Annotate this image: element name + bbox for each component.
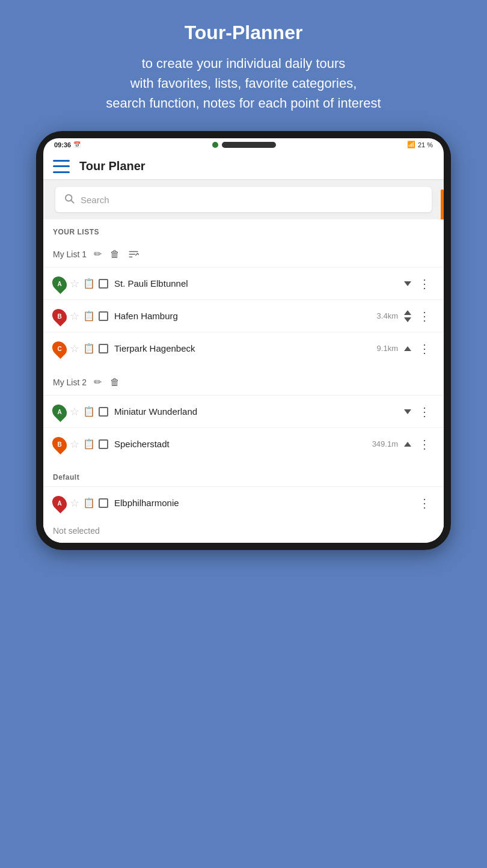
more-options-button[interactable]: ⋮: [415, 495, 434, 512]
more-options-button[interactable]: ⋮: [415, 340, 434, 357]
location-name: Speicherstadt: [114, 439, 369, 449]
list2-name: My List 2: [53, 377, 87, 387]
arrow-down-button[interactable]: [404, 317, 411, 322]
list-group-header-2: My List 2 ✏ 🗑: [43, 369, 444, 395]
svg-line-1: [71, 200, 73, 203]
arrow-up-button[interactable]: [404, 346, 411, 351]
location-name: Elbphilharmonie: [114, 498, 411, 508]
list-item: A ☆ 📋 Elbphilharmonie ⋮: [43, 486, 444, 519]
app-screen: Tour Planer Search: [43, 153, 444, 543]
arrow-down-button[interactable]: [404, 281, 411, 286]
camera-dot: [212, 142, 218, 148]
star-button[interactable]: ☆: [70, 342, 79, 355]
phone-frame: 09:36 📅 📶 21 % Tour Planer: [36, 131, 451, 550]
checkbox[interactable]: [99, 498, 108, 508]
location-name: Tierpark Hagenbeck: [114, 343, 373, 353]
reorder-arrows: [404, 409, 411, 414]
page-wrapper: Tour-Planner to create your individual d…: [0, 0, 487, 550]
page-title: Tour-Planner: [24, 22, 463, 44]
more-options-button[interactable]: ⋮: [415, 275, 434, 292]
default-section-header: Default: [43, 465, 444, 486]
arrow-up-button[interactable]: [404, 310, 411, 315]
notch: [212, 142, 276, 148]
more-options-button[interactable]: ⋮: [415, 308, 434, 325]
star-button[interactable]: ☆: [70, 497, 79, 510]
map-pin-a2: A: [49, 402, 70, 422]
app-title: Tour Planer: [79, 159, 145, 173]
checkbox[interactable]: [99, 407, 108, 417]
map-pin-c: C: [49, 338, 70, 359]
status-icons: 📶 21 %: [407, 141, 433, 148]
star-button[interactable]: ☆: [70, 405, 79, 418]
notch-pill: [222, 142, 276, 148]
search-area: Search: [43, 180, 444, 219]
distance: 3.4km: [377, 311, 398, 320]
list-content: YOUR LISTS My List 1 ✏ 🗑: [43, 219, 444, 543]
checkbox[interactable]: [99, 311, 108, 321]
list-item: C ☆ 📋 Tierpark Hagenbeck 9.1km ⋮: [43, 332, 444, 364]
location-name: Hafen Hamburg: [114, 311, 373, 321]
clipboard-button[interactable]: 📋: [83, 343, 95, 354]
map-pin-b2: B: [49, 434, 70, 454]
not-selected-label: Not selected: [43, 519, 444, 543]
reorder-arrows: [404, 281, 411, 286]
arrow-up-button[interactable]: [404, 442, 411, 447]
distance: 9.1km: [377, 344, 398, 353]
map-pin-a: A: [49, 274, 70, 294]
list-item: A ☆ 📋 St. Pauli Elbtunnel ⋮: [43, 267, 444, 299]
clipboard-button[interactable]: 📋: [83, 438, 95, 450]
checkbox[interactable]: [99, 439, 108, 449]
list-item: A ☆ 📋 Miniatur Wunderland ⋮: [43, 395, 444, 427]
reorder-arrows: [404, 346, 411, 351]
clipboard-button[interactable]: 📋: [83, 310, 95, 322]
list-group-header-1: My List 1 ✏ 🗑: [43, 241, 444, 267]
arrow-down-button[interactable]: [404, 409, 411, 414]
star-button[interactable]: ☆: [70, 277, 79, 290]
location-name: Miniatur Wunderland: [114, 406, 400, 417]
location-name: St. Pauli Elbtunnel: [114, 278, 400, 289]
page-description: to create your individual daily tours wi…: [24, 53, 463, 113]
checkbox[interactable]: [99, 279, 108, 289]
wifi-icon: 📶: [407, 141, 415, 148]
list1-edit-button[interactable]: ✏: [93, 247, 103, 261]
page-header: Tour-Planner to create your individual d…: [0, 0, 487, 131]
reorder-arrows: [404, 310, 411, 322]
your-lists-section-header: YOUR LISTS: [43, 219, 444, 241]
map-pin-a3: A: [49, 493, 70, 513]
list-item: B ☆ 📋 Hafen Hamburg 3.4km ⋮: [43, 299, 444, 332]
search-placeholder: Search: [81, 195, 109, 205]
list2-edit-button[interactable]: ✏: [93, 375, 103, 389]
list1-delete-button[interactable]: 🗑: [109, 248, 121, 261]
more-options-button[interactable]: ⋮: [415, 436, 434, 453]
clipboard-button[interactable]: 📋: [83, 278, 95, 289]
star-button[interactable]: ☆: [70, 310, 79, 323]
search-icon: [64, 193, 75, 206]
star-button[interactable]: ☆: [70, 438, 79, 451]
list1-sort-button[interactable]: [127, 248, 140, 261]
status-bar: 09:36 📅 📶 21 %: [43, 138, 444, 153]
distance: 349.1m: [372, 439, 398, 448]
clipboard-button[interactable]: 📋: [83, 497, 95, 509]
app-toolbar: Tour Planer: [43, 153, 444, 180]
list-item: B ☆ 📋 Speicherstadt 349.1m ⋮: [43, 427, 444, 460]
map-pin-b: B: [49, 306, 70, 326]
more-options-button[interactable]: ⋮: [415, 403, 434, 420]
clipboard-button[interactable]: 📋: [83, 406, 95, 417]
checkbox[interactable]: [99, 344, 108, 353]
hamburger-menu-button[interactable]: [53, 160, 70, 173]
list1-name: My List 1: [53, 249, 87, 259]
list2-delete-button[interactable]: 🗑: [109, 376, 121, 389]
status-time: 09:36 📅: [54, 141, 81, 148]
search-box[interactable]: Search: [55, 187, 432, 212]
reorder-arrows: [404, 442, 411, 447]
battery-icon: 21 %: [418, 141, 433, 148]
